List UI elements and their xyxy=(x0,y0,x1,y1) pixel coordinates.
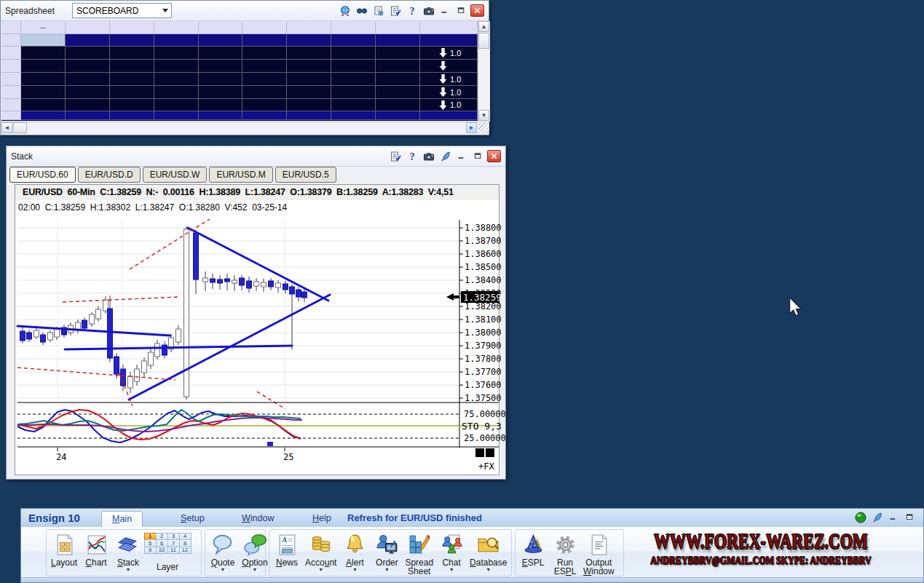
spread-sheet-button[interactable]: SpreadSheet xyxy=(403,531,435,576)
sheet-cell[interactable] xyxy=(199,73,243,86)
sheet-cell[interactable] xyxy=(420,34,478,47)
sheet-cell[interactable] xyxy=(242,99,287,111)
status-sphere-icon[interactable] xyxy=(854,511,867,523)
sheet-cell[interactable]: 1.0 xyxy=(420,73,478,86)
layer-cell-12[interactable]: 12 xyxy=(179,547,191,555)
sheet-cell[interactable] xyxy=(376,34,420,47)
chart-tab-eur-usd-d[interactable]: EUR/USD.D xyxy=(78,167,141,183)
dropdown-arrow-icon[interactable]: ▼ xyxy=(126,567,131,573)
price-chart-canvas[interactable]: 1.388001.387001.386001.385001.384001.383… xyxy=(15,217,499,475)
dropdown-arrow-icon[interactable]: ▼ xyxy=(384,567,390,573)
stack-titlebar[interactable]: Stack ? xyxy=(7,146,505,167)
account-button[interactable]: Account▼ xyxy=(303,531,339,574)
sheet-cell[interactable] xyxy=(110,86,154,99)
sheet-cell[interactable] xyxy=(376,60,420,73)
sheet-cell[interactable] xyxy=(110,21,154,34)
sheet-cell[interactable] xyxy=(110,60,154,73)
quote-button[interactable]: Quote▼ xyxy=(207,531,239,574)
sheet-cell[interactable] xyxy=(331,111,376,120)
help-icon[interactable]: ? xyxy=(406,4,419,17)
sheet-cell[interactable] xyxy=(199,60,243,73)
layer-cell-11[interactable]: 11 xyxy=(167,547,180,555)
minimize-button[interactable] xyxy=(455,151,468,162)
sheet-cell[interactable]: 1.0 xyxy=(420,86,478,99)
dropdown-arrow-icon[interactable]: ▼ xyxy=(253,567,258,573)
sheet-cell[interactable] xyxy=(242,60,287,73)
minimize-button[interactable] xyxy=(438,5,451,16)
option-button[interactable]: Option▼ xyxy=(239,531,271,574)
restore-button[interactable] xyxy=(454,5,467,16)
spreadsheet-titlebar[interactable]: Spreadsheet SCOREBOARD ? xyxy=(1,1,489,21)
sheet-cell[interactable] xyxy=(66,21,110,34)
sheet-cell[interactable] xyxy=(1,86,21,99)
sheet-cell[interactable] xyxy=(1,73,21,86)
sheet-cell[interactable] xyxy=(376,21,420,34)
scroll-right-button[interactable]: ► xyxy=(466,122,477,133)
order-button[interactable]: Order▼ xyxy=(371,531,403,574)
horizontal-scrollbar[interactable]: ◄► xyxy=(1,122,478,134)
sheet-cell[interactable] xyxy=(242,111,287,120)
chart-tab-eur-usd-5[interactable]: EUR/USD.5 xyxy=(275,167,336,183)
sheet-cell[interactable] xyxy=(66,60,110,73)
menu-tab-window[interactable]: Window xyxy=(232,511,284,527)
chart-tab-eur-usd-60[interactable]: EUR/USD.60 xyxy=(9,167,76,183)
menu-tab-setup[interactable]: Setup xyxy=(170,511,215,527)
scroll-thumb[interactable] xyxy=(13,122,27,133)
sheet-cell[interactable] xyxy=(287,60,331,73)
sheet-cell[interactable] xyxy=(199,111,243,120)
dropdown-arrow-icon[interactable]: ▼ xyxy=(221,567,226,573)
sheet-cell[interactable] xyxy=(287,111,331,120)
sheet-cell[interactable] xyxy=(66,47,110,60)
sheet-cell[interactable] xyxy=(242,47,287,60)
sheet-cell[interactable] xyxy=(110,34,154,47)
sheet-cell[interactable] xyxy=(110,111,154,120)
sheet-cell[interactable] xyxy=(331,99,376,111)
close-button[interactable] xyxy=(470,4,484,17)
sheet-cell[interactable] xyxy=(242,73,287,86)
sheet-cell[interactable] xyxy=(1,111,21,120)
sheet-cell[interactable] xyxy=(1,99,21,111)
sheet-cell[interactable] xyxy=(154,86,199,99)
scroll-up-button[interactable]: ▲ xyxy=(478,21,489,32)
sheet-cell[interactable] xyxy=(21,86,66,99)
close-button[interactable] xyxy=(487,150,501,162)
alert-button[interactable]: Alert▼ xyxy=(339,531,371,574)
sheet-cell[interactable] xyxy=(331,21,376,34)
sheet-cell[interactable] xyxy=(154,21,199,34)
sheet-cell[interactable] xyxy=(1,60,21,73)
sheet-cell[interactable] xyxy=(154,73,199,86)
scroll-down-button[interactable]: ▼ xyxy=(478,110,489,121)
quill-icon[interactable] xyxy=(439,150,452,162)
edit-list-icon[interactable] xyxy=(389,4,402,17)
sheet-cell[interactable] xyxy=(154,34,199,47)
edit-list-icon[interactable] xyxy=(389,150,402,162)
sheet-cell[interactable] xyxy=(331,60,376,73)
help-icon[interactable]: ? xyxy=(406,150,419,162)
restore-button[interactable] xyxy=(471,151,484,162)
output-window-button[interactable]: OutputWindow xyxy=(581,531,617,576)
news-button[interactable]: ANews xyxy=(271,531,303,568)
sheet-cell[interactable] xyxy=(110,99,154,111)
sheet-cell[interactable] xyxy=(331,34,376,47)
sheet-cell[interactable] xyxy=(199,86,243,99)
sheet-cell[interactable] xyxy=(199,99,243,111)
layout-button[interactable]: Layout xyxy=(48,531,80,568)
sheet-cell[interactable] xyxy=(376,73,420,86)
layer-cell-9[interactable]: 9 xyxy=(144,547,157,555)
sheet-cell[interactable] xyxy=(154,60,199,73)
sheet-cell[interactable] xyxy=(21,111,66,120)
camera-icon[interactable] xyxy=(422,150,435,162)
resize-grip[interactable] xyxy=(478,122,489,133)
sheet-cell[interactable] xyxy=(1,47,21,60)
sheet-cell[interactable] xyxy=(376,47,420,60)
sheet-cell[interactable] xyxy=(331,73,376,86)
sheet-cell[interactable]: 1.0 xyxy=(420,47,478,60)
chart-tab-eur-usd-w[interactable]: EUR/USD.W xyxy=(143,167,208,183)
sheet-cell[interactable] xyxy=(110,47,154,60)
sheet-cell[interactable] xyxy=(376,86,420,99)
sheet-cell[interactable] xyxy=(287,73,331,86)
sheet-cell[interactable] xyxy=(199,47,243,60)
scroll-left-button[interactable]: ◄ xyxy=(1,122,12,133)
sheet-cell[interactable] xyxy=(420,60,478,73)
sheet-cell[interactable] xyxy=(199,34,243,47)
